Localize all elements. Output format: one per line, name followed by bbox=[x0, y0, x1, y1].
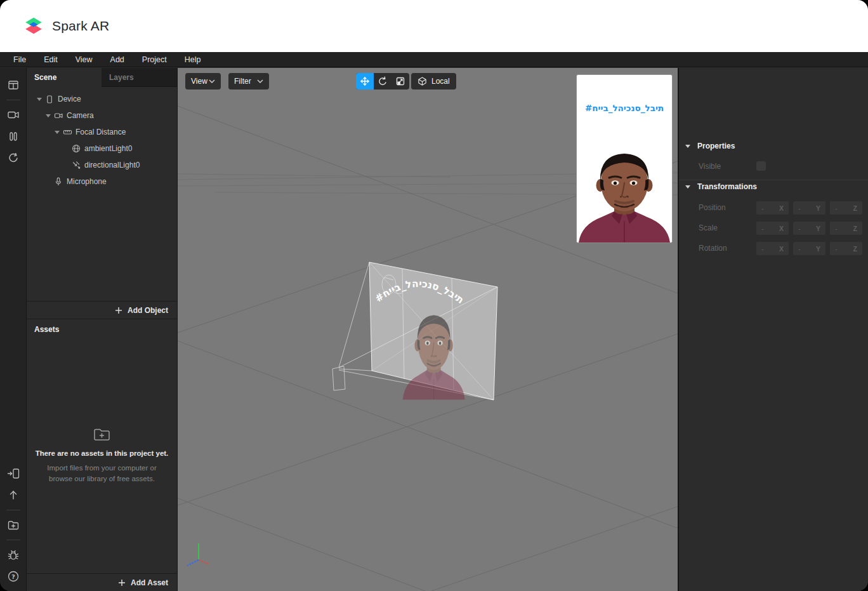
axis-label: Z bbox=[853, 225, 857, 232]
menu-file[interactable]: File bbox=[4, 52, 35, 67]
visible-label: Visible bbox=[699, 162, 721, 171]
device-phone-icon bbox=[44, 95, 55, 104]
tree-row-microphone[interactable]: Microphone bbox=[27, 173, 177, 190]
filter-dropdown[interactable]: Filter bbox=[228, 73, 269, 90]
title-bar: Spark AR bbox=[0, 0, 868, 52]
menu-project[interactable]: Project bbox=[133, 52, 176, 67]
restart-icon[interactable] bbox=[0, 147, 27, 169]
spark-ar-logo-icon bbox=[24, 16, 43, 36]
menu-edit[interactable]: Edit bbox=[35, 52, 67, 67]
rotate-tool-button[interactable] bbox=[374, 73, 391, 90]
position-fields: -X -Y -Z bbox=[756, 201, 867, 215]
viewport-3d[interactable]: #חייב_להיכנס_לבית View Filter bbox=[178, 68, 678, 591]
view-dropdown-label: View bbox=[191, 77, 207, 86]
simulator-preview[interactable]: #חייב_להיכנס_לבית bbox=[576, 74, 673, 243]
help-icon[interactable]: ? bbox=[0, 566, 27, 587]
disclosure-arrow-icon[interactable] bbox=[36, 98, 43, 101]
video-camera-icon[interactable] bbox=[0, 104, 27, 126]
properties-panel: Properties Visible Transformations Posit… bbox=[678, 68, 868, 591]
scale-label: Scale bbox=[699, 223, 718, 232]
disclosure-arrow-icon[interactable] bbox=[53, 131, 61, 134]
scene-panel: Scene Layers Device Camera Focal Dis bbox=[27, 68, 178, 591]
local-button-label: Local bbox=[431, 77, 450, 86]
scale-fields: -X -Y -Z bbox=[756, 222, 867, 235]
filter-dropdown-label: Filter bbox=[234, 77, 251, 86]
chevron-down-icon bbox=[257, 79, 263, 83]
axis-label: Z bbox=[853, 204, 857, 212]
add-asset-label: Add Asset bbox=[131, 578, 168, 587]
publish-up-icon[interactable] bbox=[0, 484, 27, 506]
assets-empty-title: There are no assets in this project yet. bbox=[36, 449, 169, 457]
field-value: - bbox=[798, 204, 801, 212]
rotation-x-field[interactable]: -X bbox=[756, 242, 789, 255]
plus-icon bbox=[118, 579, 126, 587]
tab-scene[interactable]: Scene bbox=[27, 68, 102, 87]
microphone-icon bbox=[53, 177, 63, 186]
axis-label: X bbox=[779, 204, 784, 212]
rotation-y-field[interactable]: -Y bbox=[793, 242, 825, 255]
tree-label: Focal Distance bbox=[76, 128, 126, 136]
assets-empty-subtitle-line2: browse our library of free assets. bbox=[47, 474, 157, 484]
scene-layer-tabs: Scene Layers bbox=[27, 68, 177, 87]
tab-layers[interactable]: Layers bbox=[102, 68, 177, 87]
svg-text:?: ? bbox=[11, 573, 15, 580]
focal-distance-icon bbox=[62, 128, 72, 136]
visible-checkbox[interactable] bbox=[756, 161, 766, 171]
disclosure-arrow-icon bbox=[685, 145, 690, 148]
import-folder-icon[interactable] bbox=[0, 514, 27, 536]
disclosure-arrow-icon[interactable] bbox=[44, 114, 52, 117]
tree-row-ambient-light[interactable]: ambientLight0 bbox=[27, 140, 177, 157]
position-y-field[interactable]: -Y bbox=[793, 201, 825, 215]
scale-z-field[interactable]: -Z bbox=[830, 222, 862, 235]
scale-icon bbox=[395, 76, 405, 86]
field-value: - bbox=[835, 204, 838, 212]
field-value: - bbox=[761, 245, 764, 253]
chevron-down-icon bbox=[209, 79, 215, 83]
scale-x-field[interactable]: -X bbox=[756, 222, 789, 235]
position-x-field[interactable]: -X bbox=[756, 201, 789, 215]
layout-panels-icon[interactable] bbox=[0, 74, 27, 96]
spark-ar-window: Spark AR File Edit View Add Project Help bbox=[0, 0, 868, 591]
move-tool-button[interactable] bbox=[356, 73, 374, 90]
debug-bug-icon[interactable] bbox=[0, 544, 27, 566]
axis-label: Y bbox=[816, 245, 820, 253]
tree-row-focal-distance[interactable]: Focal Distance bbox=[27, 124, 177, 140]
field-value: - bbox=[835, 245, 838, 253]
preview-hashtag-text: #חייב_להיכנס_לבית bbox=[585, 103, 664, 113]
rotation-z-field[interactable]: -Z bbox=[830, 242, 862, 255]
properties-section-header[interactable]: Properties bbox=[685, 142, 735, 150]
transformations-section-header[interactable]: Transformations bbox=[685, 182, 757, 191]
local-space-button[interactable]: Local bbox=[411, 73, 456, 90]
menu-help[interactable]: Help bbox=[176, 52, 210, 67]
position-z-field[interactable]: -Z bbox=[830, 201, 862, 215]
assets-panel: Assets There are no assets in this proje… bbox=[27, 319, 177, 591]
add-asset-button[interactable]: Add Asset bbox=[27, 573, 177, 591]
strip-divider bbox=[6, 510, 20, 510]
tree-row-camera[interactable]: Camera bbox=[27, 107, 177, 124]
scale-y-field[interactable]: -Y bbox=[793, 222, 825, 235]
position-label: Position bbox=[699, 203, 726, 212]
assets-header: Assets bbox=[27, 319, 177, 338]
axis-label: Y bbox=[816, 225, 820, 232]
menu-view[interactable]: View bbox=[67, 52, 102, 67]
tree-row-directional-light[interactable]: directionalLight0 bbox=[27, 157, 177, 173]
strip-divider bbox=[6, 540, 20, 540]
tree-label: ambientLight0 bbox=[84, 144, 132, 153]
simulator-bars-icon[interactable] bbox=[0, 126, 27, 147]
add-object-button[interactable]: Add Object bbox=[27, 301, 177, 319]
rotation-fields: -X -Y -Z bbox=[756, 242, 867, 255]
field-value: - bbox=[835, 225, 838, 232]
strip-divider bbox=[6, 100, 20, 100]
properties-header-label: Properties bbox=[697, 142, 735, 150]
view-dropdown[interactable]: View bbox=[185, 73, 221, 90]
scene-tree: Device Camera Focal Distance ambientLigh… bbox=[27, 87, 177, 301]
tree-row-device[interactable]: Device bbox=[27, 91, 177, 107]
tree-label: directionalLight0 bbox=[84, 161, 140, 169]
axis-label: X bbox=[779, 245, 784, 253]
canvas-plane[interactable]: #חייב_להיכנס_לבית bbox=[369, 262, 497, 400]
scale-tool-button[interactable] bbox=[391, 73, 409, 90]
menu-add[interactable]: Add bbox=[102, 52, 133, 67]
tree-label: Microphone bbox=[67, 177, 107, 186]
assets-empty-subtitle: Import files from your computer or brows… bbox=[47, 463, 157, 484]
send-to-device-icon[interactable] bbox=[0, 463, 27, 484]
